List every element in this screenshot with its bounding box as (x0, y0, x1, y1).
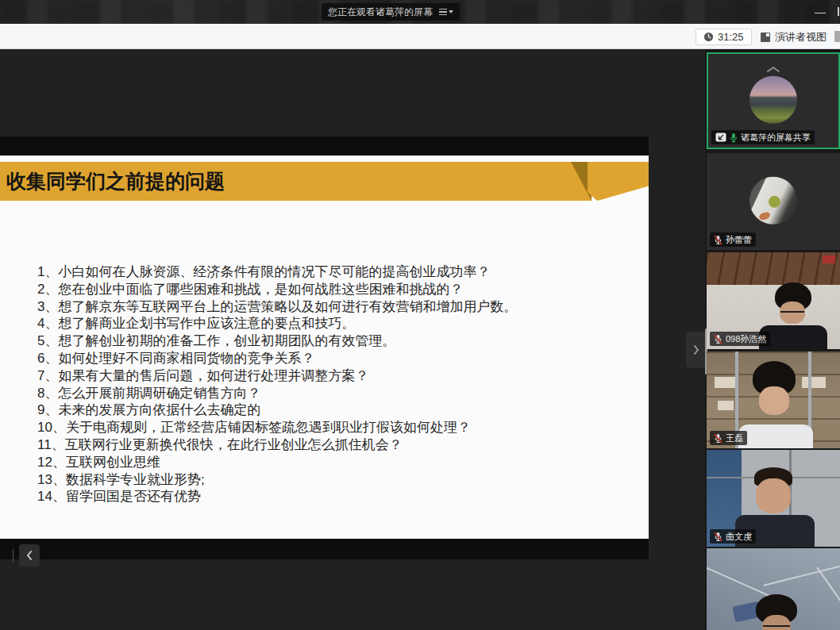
slide-title: 收集同学们之前提的问题 (6, 162, 225, 201)
question-item: 7、如果有大量的售后问题，如何进行处理并调整方案？ (37, 367, 625, 385)
participant-video (707, 548, 840, 630)
nav-divider (13, 549, 13, 562)
question-item: 2、您在创业中面临了哪些困难和挑战，是如何战胜这些困难和挑战的？ (37, 281, 625, 298)
title-ribbon-fold (553, 162, 591, 201)
minimize-button[interactable]: — (811, 5, 829, 19)
question-list: 1、小白如何在人脉资源、经济条件有限的情况下尽可能的提高创业成功率？ 2、您在创… (37, 263, 625, 505)
question-item: 4、想了解商业企划书写作中应该注意的要点和技巧。 (37, 315, 625, 332)
slide-bottom-band (0, 539, 649, 559)
participant-name-tag: 098孙浩然 (710, 332, 770, 346)
question-item: 1、小白如何在人脉资源、经济条件有限的情况下尽可能的提高创业成功率？ (37, 263, 625, 281)
chevron-up-icon (766, 66, 780, 73)
meeting-timer: 31:25 (696, 29, 752, 45)
top-bar: 您正在观看诸葛萍的屏幕 — (0, 0, 840, 24)
caret-down-icon (449, 10, 453, 13)
scroll-up-button[interactable] (766, 62, 780, 76)
participant-name-tag: 孙蕾蕾 (710, 232, 756, 247)
chevron-left-icon (25, 550, 33, 561)
participants-sidebar: 诸葛萍的屏幕共享 孙蕾蕾 (705, 49, 840, 630)
sidebar-collapse-handle[interactable] (686, 332, 707, 368)
question-item: 5、想了解创业初期的准备工作，创业初期团队的有效管理。 (37, 332, 625, 350)
banner-menu-icon[interactable] (439, 9, 453, 16)
participant-tile-quwenqian[interactable]: 曲文虔 (707, 450, 840, 547)
participant-name-tag: 诸葛萍的屏幕共享 (711, 130, 815, 144)
question-item: 13、数据科学专业就业形势; (37, 471, 625, 489)
meeting-toolbar: 31:25 演讲者视图 (0, 24, 840, 49)
speaker-view-label: 演讲者视图 (775, 30, 827, 44)
participant-tile-songyuanfang[interactable]: 宋远方20190382053 (707, 548, 840, 630)
participant-name: 诸葛萍的屏幕共享 (741, 132, 811, 144)
question-item: 9、未来的发展方向依据什么去确定的 (37, 401, 625, 419)
question-item: 11、互联网行业更新换代很快，在此行业创业怎么抓住机会？ (37, 436, 625, 454)
slide-top-band (0, 136, 649, 156)
title-ribbon-tail (588, 162, 649, 201)
meeting-window: 您正在观看诸葛萍的屏幕 — 31:25 演讲者视图 (0, 0, 840, 630)
watching-screen-text: 您正在观看诸葛萍的屏幕 (328, 6, 433, 19)
avatar (749, 177, 797, 225)
watching-screen-banner[interactable]: 您正在观看诸葛萍的屏幕 (322, 3, 460, 21)
layout-icon (760, 32, 771, 43)
avatar (749, 76, 797, 124)
participant-tile-wanglei[interactable]: 王磊 (707, 351, 840, 448)
avatar-detail (758, 211, 771, 221)
mic-muted-icon (714, 235, 722, 245)
participant-name-tag: 王磊 (710, 431, 747, 445)
participant-name: 孙蕾蕾 (726, 234, 752, 246)
mic-on-icon (730, 133, 738, 143)
mic-muted-icon (714, 532, 722, 542)
speaker-view-button[interactable]: 演讲者视图 (760, 29, 827, 45)
participant-tile-zhugeping-share[interactable]: 诸葛萍的屏幕共享 (707, 52, 840, 149)
participant-name: 王磊 (726, 432, 743, 444)
participant-name-tag: 曲文虔 (710, 529, 756, 544)
question-item: 8、怎么开展前期调研确定销售方向？ (37, 385, 625, 402)
previous-slide-button[interactable] (19, 544, 40, 567)
participant-name: 098孙浩然 (726, 333, 766, 345)
clock-icon (703, 32, 714, 42)
avatar-detail (769, 196, 780, 208)
question-item: 6、如何处理好不同商家相同货物的竞争关系？ (37, 350, 625, 367)
hamburger-icon (439, 9, 447, 16)
presentation-slide: 收集同学们之前提的问题 1、小白如何在人脉资源、经济条件有限的情况下尽可能的提高… (0, 136, 649, 559)
question-item: 14、留学回国是否还有优势 (37, 488, 625, 505)
screen-share-icon (715, 133, 726, 142)
mic-muted-icon (714, 433, 722, 444)
mic-muted-icon (714, 334, 722, 344)
question-item: 3、想了解京东等互联网平台上的运营策略以及如何进行有效营销和增加用户数。 (37, 298, 625, 316)
fullscreen-button-partial[interactable] (834, 31, 840, 42)
shared-screen-stage: 收集同学们之前提的问题 1、小白如何在人脉资源、经济条件有限的情况下尽可能的提高… (0, 49, 705, 630)
participant-name: 曲文虔 (726, 531, 752, 543)
chevron-right-icon (692, 344, 700, 356)
question-item: 10、关于电商规则，正常经营店铺因标签疏忽遇到职业打假该如何处理？ (37, 419, 625, 436)
maximize-button[interactable] (838, 7, 839, 16)
participant-tile-sunleilei[interactable]: 孙蕾蕾 (707, 153, 840, 250)
question-item: 12、互联网创业思维 (37, 454, 625, 471)
timer-value: 31:25 (718, 31, 744, 43)
participant-tile-sunhaoran[interactable]: 098孙浩然 (707, 252, 840, 349)
